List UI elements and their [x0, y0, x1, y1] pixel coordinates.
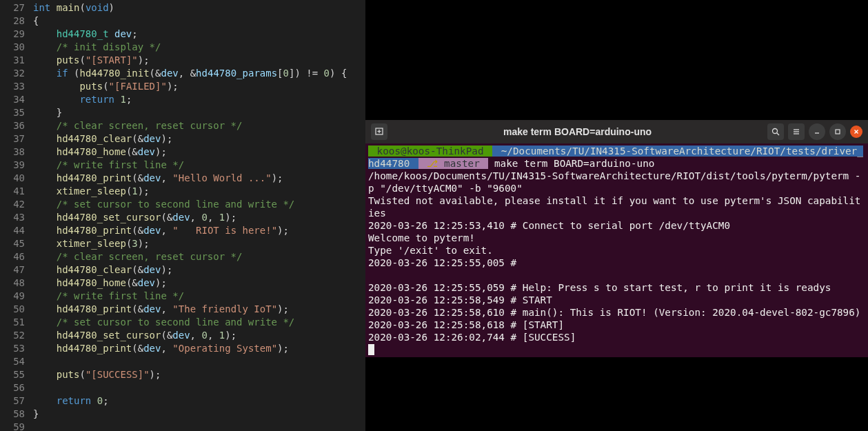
code-line[interactable]: { [33, 14, 365, 28]
terminal-line: 2020-03-26 12:25:53,410 # Connect to ser… [368, 220, 730, 231]
line-number-gutter: 2728293031323334353637383940414243444546… [0, 0, 33, 431]
terminal-line: 2020-03-26 12:26:02,744 # [SUCCESS] [368, 332, 576, 343]
line-number: 44 [0, 224, 25, 237]
line-number: 55 [0, 368, 25, 381]
svg-point-3 [773, 129, 778, 134]
terminal-line: 2020-03-26 12:25:55,059 # Help: Press s … [368, 282, 831, 293]
code-line[interactable]: xtimer_sleep(3); [33, 237, 365, 250]
line-number: 32 [0, 67, 25, 80]
code-line[interactable]: } [33, 106, 365, 119]
line-number: 51 [0, 316, 25, 329]
line-number: 39 [0, 159, 25, 172]
close-button[interactable] [850, 126, 862, 138]
line-number: 40 [0, 172, 25, 185]
terminal-line: 2020-03-26 12:25:55,005 # [368, 257, 523, 268]
svg-line-4 [777, 133, 779, 135]
prompt-branch: ⎇ master [418, 158, 488, 169]
prompt-user: koos@koos-ThinkPad [368, 146, 492, 157]
new-tab-button[interactable] [371, 123, 387, 140]
line-number: 35 [0, 106, 25, 119]
code-line[interactable]: /* set cursor to second line and write *… [33, 316, 365, 329]
line-number: 28 [0, 14, 25, 28]
code-editor[interactable]: 2728293031323334353637383940414243444546… [0, 0, 365, 431]
line-number: 46 [0, 250, 25, 263]
code-line[interactable]: hd44780_clear(&dev); [33, 132, 365, 146]
line-number: 34 [0, 93, 25, 106]
line-number: 29 [0, 28, 25, 41]
code-line[interactable]: puts("[SUCCESS]"); [33, 368, 365, 381]
terminal-titlebar[interactable]: make term BOARD=arduino-uno [365, 120, 868, 143]
terminal-line: Type '/exit' to exit. [368, 245, 493, 256]
line-number: 31 [0, 54, 25, 67]
code-area[interactable]: int main(void){ hd44780_t dev; /* init d… [33, 0, 365, 431]
right-pane: make term BOARD=arduino-uno koo [365, 0, 868, 431]
code-line[interactable]: puts("[START]"); [33, 54, 365, 67]
terminal-window[interactable]: make term BOARD=arduino-uno koo [365, 120, 868, 357]
line-number: 54 [0, 355, 25, 368]
line-number: 59 [0, 421, 25, 431]
line-number: 41 [0, 185, 25, 198]
search-button[interactable] [767, 123, 784, 140]
line-number: 38 [0, 146, 25, 159]
code-line[interactable]: /* clear screen, reset cursor */ [33, 250, 365, 263]
terminal-line: Twisted not available, please install it… [368, 195, 860, 219]
line-number: 57 [0, 394, 25, 408]
line-number: 33 [0, 80, 25, 93]
code-line[interactable]: } [33, 408, 365, 421]
line-number: 56 [0, 381, 25, 394]
terminal-line: 2020-03-26 12:25:58,549 # START [368, 294, 552, 305]
code-line[interactable]: hd44780_print(&dev, "Operating System"); [33, 342, 365, 355]
line-number: 58 [0, 408, 25, 421]
code-line[interactable]: hd44780_home(&dev); [33, 146, 365, 159]
code-line[interactable]: hd44780_print(&dev, " RIOT is here!"); [33, 224, 365, 237]
line-number: 45 [0, 237, 25, 250]
minimize-button[interactable] [809, 123, 825, 140]
line-number: 49 [0, 290, 25, 303]
code-line[interactable] [33, 421, 365, 431]
line-number: 53 [0, 342, 25, 355]
line-number: 37 [0, 132, 25, 146]
line-number: 52 [0, 329, 25, 342]
terminal-line: 2020-03-26 12:25:58,610 # main(): This i… [368, 307, 860, 318]
line-number: 30 [0, 41, 25, 54]
terminal-line: 2020-03-26 12:25:58,618 # [START] [368, 319, 564, 330]
code-line[interactable]: /* write first line */ [33, 290, 365, 303]
code-line[interactable]: /* init display */ [33, 41, 365, 54]
line-number: 47 [0, 263, 25, 277]
code-line[interactable] [33, 355, 365, 368]
code-line[interactable]: hd44780_clear(&dev); [33, 263, 365, 277]
menu-button[interactable] [788, 123, 805, 140]
code-line[interactable]: /* clear screen, reset cursor */ [33, 119, 365, 132]
code-line[interactable]: hd44780_t dev; [33, 28, 365, 41]
terminal-title: make term BOARD=arduino-uno [392, 126, 763, 137]
code-line[interactable]: hd44780_print(&dev, "Hello World ..."); [33, 172, 365, 185]
svg-rect-9 [836, 130, 840, 134]
line-number: 43 [0, 211, 25, 224]
code-line[interactable]: if (hd44780_init(&dev, &hd44780_params[0… [33, 67, 365, 80]
code-line[interactable]: hd44780_home(&dev); [33, 277, 365, 290]
prompt-command: make term BOARD=arduino-uno [494, 158, 654, 169]
code-line[interactable]: /* set cursor to second line and write *… [33, 198, 365, 211]
code-line[interactable]: /* write first line */ [33, 159, 365, 172]
line-number: 27 [0, 1, 25, 14]
code-line[interactable]: hd44780_set_cursor(&dev, 0, 1); [33, 211, 365, 224]
maximize-button[interactable] [829, 123, 846, 140]
terminal-line: /home/koos/Documents/TU/IN4315-SoftwareA… [368, 170, 860, 194]
line-number: 50 [0, 303, 25, 316]
line-number: 36 [0, 119, 25, 132]
terminal-body[interactable]: koos@koos-ThinkPad ~/Documents/TU/IN4315… [365, 143, 868, 357]
code-line[interactable]: return 1; [33, 93, 365, 106]
code-line[interactable]: xtimer_sleep(1); [33, 185, 365, 198]
code-line[interactable] [33, 381, 365, 394]
code-line[interactable]: puts("[FAILED]"); [33, 80, 365, 93]
code-line[interactable]: int main(void) [33, 1, 365, 14]
line-number: 48 [0, 277, 25, 290]
terminal-line: Welcome to pyterm! [368, 232, 475, 243]
code-line[interactable]: hd44780_set_cursor(&dev, 0, 1); [33, 329, 365, 342]
code-line[interactable]: hd44780_print(&dev, "The friendly IoT"); [33, 303, 365, 316]
terminal-cursor [368, 344, 374, 355]
code-line[interactable]: return 0; [33, 394, 365, 408]
line-number: 42 [0, 198, 25, 211]
